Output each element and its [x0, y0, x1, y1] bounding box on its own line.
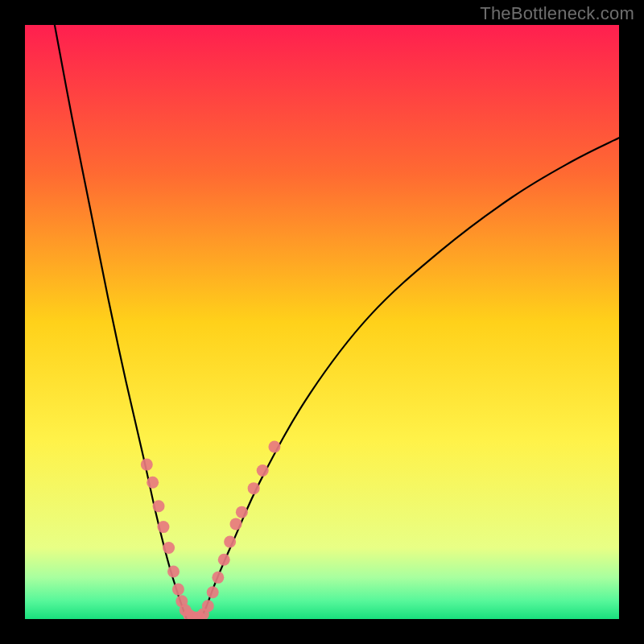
marker-point	[157, 521, 169, 533]
marker-point	[236, 506, 248, 518]
marker-point	[207, 586, 219, 598]
marker-point	[172, 584, 184, 596]
chart-svg	[25, 25, 619, 619]
marker-point	[141, 459, 153, 471]
marker-point	[202, 600, 214, 612]
marker-point	[167, 565, 180, 577]
marker-point	[163, 542, 175, 554]
chart-frame: TheBottleneck.com	[0, 0, 644, 644]
watermark-label: TheBottleneck.com	[480, 3, 634, 24]
marker-point	[212, 572, 224, 584]
marker-point	[257, 464, 269, 477]
marker-point	[224, 536, 236, 548]
marker-point	[147, 477, 159, 489]
marker-point	[229, 518, 242, 530]
marker-point	[218, 554, 230, 566]
gradient-background	[25, 25, 619, 619]
marker-point	[248, 482, 260, 494]
plot-area	[25, 25, 619, 619]
marker-point	[153, 500, 165, 512]
marker-point	[268, 440, 280, 452]
